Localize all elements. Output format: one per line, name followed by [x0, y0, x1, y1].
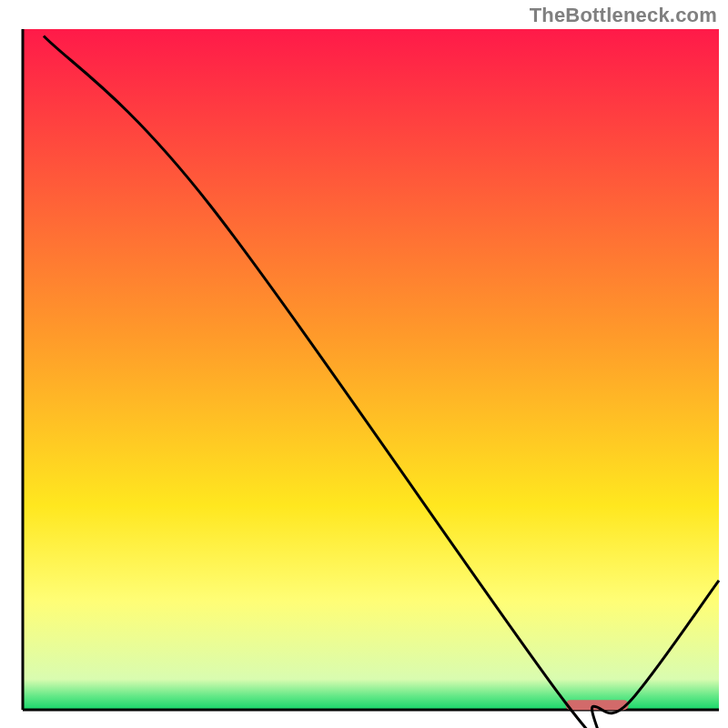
plot-background: [23, 29, 719, 710]
watermark-text: TheBottleneck.com: [530, 4, 717, 27]
bottleneck-chart: [0, 0, 728, 728]
chart-container: TheBottleneck.com: [0, 0, 728, 728]
